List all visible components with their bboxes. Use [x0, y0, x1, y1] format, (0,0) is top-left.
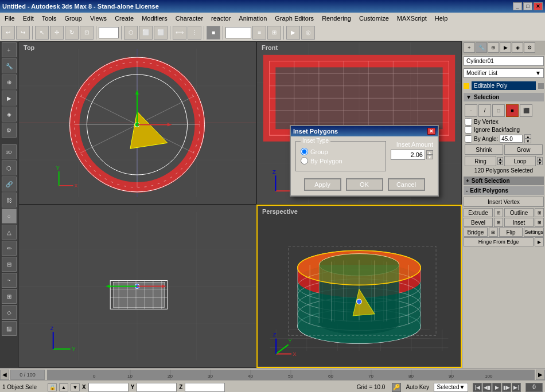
hinge-settings-btn[interactable]: ▶: [535, 237, 544, 246]
loop-up-arrow[interactable]: ▲: [537, 157, 543, 161]
scale-button[interactable]: ⊡: [80, 26, 94, 40]
inset-amount-input[interactable]: 2.06: [391, 150, 425, 160]
bridge-settings-btn[interactable]: ⊞: [489, 228, 498, 237]
mirror-button[interactable]: ⟺: [173, 26, 186, 40]
lt-motion-button[interactable]: ▶: [2, 91, 17, 105]
rp-create-btn[interactable]: +: [464, 42, 475, 53]
loop-down-arrow[interactable]: ▼: [537, 161, 543, 165]
render-setup-button[interactable]: ◎: [301, 26, 315, 40]
menu-maxscript[interactable]: MAXScript: [394, 14, 430, 22]
y-input[interactable]: [137, 383, 177, 392]
menu-file[interactable]: File: [1, 14, 18, 22]
by-angle-checkbox[interactable]: [465, 135, 472, 143]
edge-sel-icon[interactable]: /: [478, 104, 491, 117]
inset-up-btn[interactable]: ▲: [426, 150, 433, 155]
modifier-entry[interactable]: Editable Poly: [472, 81, 536, 90]
rp-hierarchy-btn[interactable]: ⊕: [488, 42, 499, 53]
lt-material-button[interactable]: ◇: [2, 305, 17, 320]
selection-rollout-header[interactable]: ▼ Selection: [464, 93, 544, 101]
polygon-sel-icon[interactable]: ■: [506, 104, 519, 117]
named-selection-button[interactable]: ≡: [252, 26, 266, 40]
lock-icon[interactable]: 🔒: [48, 383, 57, 391]
inset-button[interactable]: Inset: [504, 218, 534, 227]
outline-button[interactable]: Outline: [504, 208, 534, 217]
move-button[interactable]: ✛: [50, 26, 64, 40]
dialog-close-button[interactable]: ✕: [427, 128, 435, 135]
edit-polygons-rollout-header[interactable]: - Edit Polygons: [464, 186, 544, 195]
by-angle-input[interactable]: 45.0: [500, 135, 523, 143]
insert-vertex-button[interactable]: Insert Vertex: [464, 197, 544, 207]
lt-track-view-button[interactable]: ~: [2, 273, 17, 288]
go-end-btn[interactable]: ▶|: [512, 383, 521, 392]
select-region2-button[interactable]: ⬜: [154, 26, 168, 40]
lt-select-filter-button[interactable]: ⬡: [2, 160, 17, 175]
grow-button[interactable]: Grow: [504, 144, 543, 155]
timeline-right-scroll[interactable]: ▶: [536, 370, 545, 380]
element-sel-icon[interactable]: ⬛: [520, 104, 532, 117]
play-btn[interactable]: ▶: [492, 383, 501, 392]
reference-dropdown[interactable]: All▼: [99, 27, 119, 38]
soft-selection-rollout-header[interactable]: + Soft Selection: [464, 177, 544, 185]
vertex-sel-icon[interactable]: ·: [465, 104, 477, 117]
hinge-from-edge-button[interactable]: Hinge From Edge: [464, 237, 534, 246]
flip-button[interactable]: Flip: [499, 228, 523, 237]
menu-create[interactable]: Create: [111, 14, 137, 22]
undo-button[interactable]: ↩: [1, 26, 15, 40]
inset-down-btn[interactable]: ▼: [426, 155, 433, 159]
apply-button[interactable]: Apply: [304, 178, 341, 191]
lt-hierarchy-button[interactable]: ⊕: [2, 75, 17, 89]
shrink-button[interactable]: Shrink: [465, 144, 503, 155]
minimize-button[interactable]: _: [513, 2, 522, 10]
frame-input[interactable]: [525, 383, 543, 392]
ok-button[interactable]: OK: [346, 178, 383, 191]
lt-align-button[interactable]: ⊟: [2, 257, 17, 272]
prev-key-btn[interactable]: ◀▮: [482, 383, 492, 392]
lt-display-button[interactable]: ◈: [2, 107, 17, 121]
lt-bind-button[interactable]: ○: [2, 209, 17, 224]
layers-button[interactable]: ⊞: [267, 26, 281, 40]
render-button[interactable]: ▶: [286, 26, 300, 40]
menu-edit[interactable]: Edit: [20, 14, 37, 22]
ring-up-arrow[interactable]: ▲: [497, 157, 503, 161]
next-key-btn[interactable]: ▮▶: [502, 383, 511, 392]
inset-polygons-dialog[interactable]: Inset Polygons ✕ Inset Type Group By Pol…: [290, 125, 439, 197]
redo-button[interactable]: ↪: [16, 26, 30, 40]
viewport-perspective[interactable]: Perspective: [256, 205, 462, 368]
lt-render-texture-button[interactable]: ▨: [2, 321, 17, 336]
menu-rendering[interactable]: Rendering: [318, 14, 355, 22]
lt-utilities-button[interactable]: ⚙: [2, 123, 17, 138]
group-radio[interactable]: [301, 148, 308, 155]
menu-animation[interactable]: Animation: [235, 14, 270, 22]
array-button[interactable]: ⋮: [188, 26, 201, 40]
rp-display-btn[interactable]: ◈: [512, 42, 523, 53]
go-start-btn[interactable]: |◀: [473, 383, 482, 392]
cancel-button[interactable]: Cancel: [388, 178, 425, 191]
select-button[interactable]: ↖: [35, 26, 49, 40]
menu-character[interactable]: Character: [172, 14, 207, 22]
angle-down-btn[interactable]: ▼: [524, 139, 531, 143]
viewport-top[interactable]: Top: [18, 41, 256, 205]
inset-settings-btn[interactable]: ⊞: [535, 218, 544, 227]
loop-button[interactable]: Loop: [504, 156, 536, 166]
by-vertex-checkbox[interactable]: [465, 118, 472, 126]
select-object-button[interactable]: ⬡: [124, 26, 138, 40]
ring-down-arrow[interactable]: ▼: [497, 161, 503, 165]
rp-motion-btn[interactable]: ▶: [500, 42, 511, 53]
extrude-button[interactable]: Extrude: [464, 208, 493, 217]
menu-modifiers[interactable]: Modifiers: [138, 14, 171, 22]
maximize-button[interactable]: □: [523, 2, 532, 10]
lt-create-button[interactable]: +: [2, 42, 17, 57]
status-spinner-up[interactable]: ▲: [59, 383, 68, 391]
rp-modify-btn[interactable]: 🔧: [476, 42, 487, 53]
rp-utilities-btn[interactable]: ⚙: [524, 42, 535, 53]
border-sel-icon[interactable]: □: [492, 104, 505, 117]
angle-up-btn[interactable]: ▲: [524, 134, 531, 139]
rotate-button[interactable]: ↻: [65, 26, 79, 40]
lt-schematic-button[interactable]: ⊞: [2, 289, 17, 304]
bevel-settings-btn[interactable]: ⊞: [494, 218, 503, 227]
outline-settings-btn[interactable]: ⊞: [535, 208, 544, 217]
object-name-field[interactable]: Cylinder01: [464, 56, 544, 66]
frame-counter[interactable]: 0 / 100: [10, 370, 45, 380]
extrude-settings-btn[interactable]: ⊞: [494, 208, 503, 217]
menu-customize[interactable]: Customize: [356, 14, 392, 22]
